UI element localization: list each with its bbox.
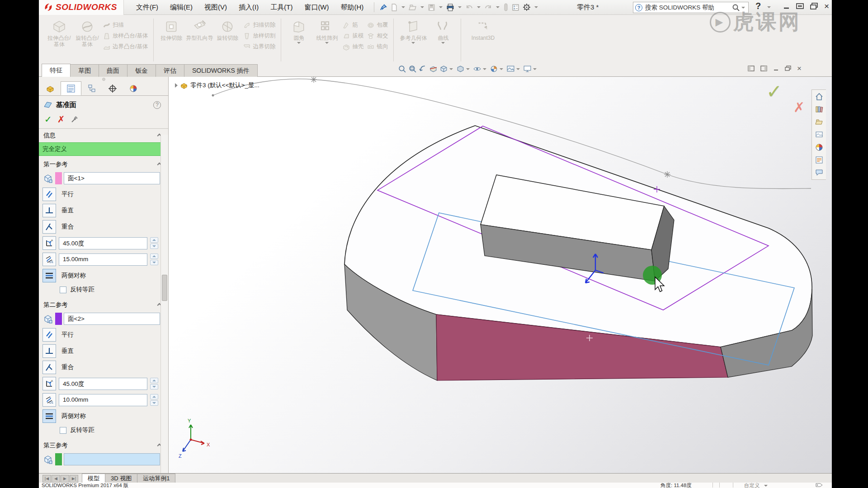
tab-evaluate[interactable]: 评估 [156, 64, 184, 77]
perpendicular-button[interactable] [42, 344, 56, 358]
extrude-boss-button[interactable]: 拉伸凸台/基体 [45, 18, 73, 48]
linear-pattern-button[interactable]: 线性阵列 [313, 18, 341, 44]
draft-button[interactable]: 拔模 [343, 32, 363, 40]
open-file-dropdown[interactable] [420, 6, 424, 8]
ref1-symmetric-button[interactable] [42, 269, 56, 282]
pm-ok-button[interactable]: ✓ [44, 114, 52, 125]
tab-dimxpert-manager[interactable] [102, 81, 123, 95]
edit-appearance-dropdown[interactable] [500, 68, 503, 70]
swept-cut-button[interactable]: 扫描切除 [243, 21, 275, 29]
pm-cancel-button[interactable]: ✗ [57, 114, 65, 125]
info-section-header[interactable]: 信息 [39, 129, 168, 141]
hide-show-dropdown[interactable] [483, 68, 486, 70]
intersect-button[interactable]: 相交 [367, 32, 388, 40]
ref2-distance-spinner[interactable] [150, 394, 158, 406]
tab-addins[interactable]: SOLIDWORKS 插件 [184, 64, 258, 77]
ref2-angle-spinner[interactable] [150, 378, 158, 389]
save-dropdown[interactable] [439, 6, 443, 8]
menu-edit[interactable]: 编辑(E) [164, 0, 198, 14]
dock-left-icon[interactable] [748, 66, 755, 71]
view-settings-icon[interactable] [523, 65, 538, 73]
curves-dropdown[interactable] [441, 42, 445, 44]
revolve-boss-button[interactable]: 旋转凸台/基体 [73, 18, 101, 48]
parallel-button[interactable] [42, 188, 56, 201]
view-orientation-dropdown[interactable] [449, 68, 453, 70]
ref1-angle-input[interactable]: 45.00度 [59, 237, 147, 249]
scrollbar-thumb[interactable] [162, 275, 167, 301]
zoom-fit-icon[interactable] [398, 65, 406, 73]
tab-sketch[interactable]: 草图 [70, 64, 99, 77]
save-icon[interactable] [427, 3, 436, 12]
ref2-distance-input[interactable]: 10.00mm [59, 394, 147, 406]
panel-scrollbar[interactable] [160, 135, 168, 473]
wrap-button[interactable]: 包覆 [367, 21, 388, 29]
prev-tab-button[interactable]: ◀ [52, 475, 60, 483]
close-button[interactable]: × [824, 3, 829, 9]
second-reference-header[interactable]: 第二参考 [39, 298, 168, 311]
revolve-cut-button[interactable]: 旋转切除 [213, 18, 241, 41]
apply-scene-dropdown[interactable] [516, 68, 520, 70]
lofted-boss-button[interactable]: 放样凸台/基体 [103, 32, 148, 40]
part-tree-label[interactable]: 零件3 (默认<<默认>_显... [190, 81, 259, 89]
tab-configuration-manager[interactable] [81, 81, 102, 95]
ref1-angle-spinner[interactable] [150, 237, 158, 249]
perpendicular-button[interactable] [42, 204, 56, 217]
tab-features[interactable]: 特征 [42, 64, 71, 77]
menu-file[interactable]: 文件(F) [130, 0, 164, 14]
print-icon[interactable] [445, 3, 455, 12]
display-style-dropdown[interactable] [466, 68, 470, 70]
coincident-button[interactable] [42, 361, 56, 374]
menu-tools[interactable]: 工具(T) [264, 0, 298, 14]
tab-property-manager[interactable] [61, 81, 81, 95]
tab-sheet-metal[interactable]: 钣金 [127, 64, 156, 77]
ref1-flip-checkbox[interactable] [60, 286, 66, 293]
redo-icon[interactable] [483, 3, 493, 12]
next-tab-button[interactable]: ▶ [61, 475, 69, 483]
tag-icon[interactable] [816, 483, 823, 488]
swept-boss-button[interactable]: 扫描 [103, 21, 148, 29]
doc-minimize-icon[interactable] [773, 66, 779, 71]
tab-motion-study[interactable]: 运动算例1 [137, 474, 175, 483]
custom-dropdown[interactable] [764, 485, 768, 487]
select-icon[interactable] [502, 2, 509, 12]
redo-dropdown[interactable] [496, 6, 500, 8]
restore-button[interactable] [810, 3, 818, 9]
settings-dropdown[interactable] [534, 6, 538, 8]
linear-pattern-dropdown[interactable] [325, 42, 329, 44]
extrude-cut-button[interactable]: 拉伸切除 [157, 18, 185, 41]
tab-model[interactable]: 模型 [82, 474, 105, 483]
hide-show-icon[interactable] [473, 65, 488, 73]
boundary-cut-button[interactable]: 边界切除 [243, 43, 275, 51]
previous-view-icon[interactable] [419, 65, 427, 73]
ref1-distance-input[interactable]: 15.00mm [59, 253, 147, 266]
menu-window[interactable]: 窗口(W) [298, 0, 335, 14]
forum-icon[interactable] [815, 169, 823, 177]
zoom-area-icon[interactable] [408, 65, 417, 73]
apply-scene-icon[interactable] [506, 65, 521, 73]
reference-geometry-button[interactable]: 参考几何体 [397, 18, 429, 44]
print-dropdown[interactable] [458, 6, 462, 8]
feature-tree-flyout[interactable]: 零件3 (默认<<默认>_显... [175, 81, 259, 89]
tab-display-manager[interactable] [123, 81, 144, 95]
graphics-viewport[interactable]: 零件3 (默认<<默认>_显... [169, 77, 832, 473]
menu-view[interactable]: 视图(V) [198, 0, 233, 14]
menu-insert[interactable]: 插入(I) [233, 0, 264, 14]
rib-button[interactable]: 筋 [343, 21, 363, 29]
doc-close-icon[interactable]: × [797, 66, 802, 71]
ref1-selection-field[interactable]: 面<1> [64, 172, 160, 184]
fillet-dropdown[interactable] [297, 42, 301, 44]
panel-splitter-handle[interactable] [39, 77, 168, 81]
view-settings-dropdown[interactable] [533, 68, 537, 70]
edit-appearance-icon[interactable] [490, 65, 505, 73]
display-style-icon[interactable] [456, 65, 471, 73]
ref2-symmetric-button[interactable] [42, 409, 56, 423]
ref3-selection-field[interactable] [64, 453, 160, 465]
lofted-cut-button[interactable]: 放样切割 [243, 32, 275, 40]
third-reference-header[interactable]: 第三参考 [39, 439, 168, 451]
curves-button[interactable]: 曲线 [429, 18, 457, 44]
confirm-ok-icon[interactable]: ✓ [766, 80, 782, 103]
custom-properties-icon[interactable] [815, 156, 823, 164]
undo-dropdown[interactable] [477, 6, 481, 8]
ref2-angle-input[interactable]: 45.00度 [59, 378, 147, 390]
expand-tree-icon[interactable] [175, 83, 178, 88]
